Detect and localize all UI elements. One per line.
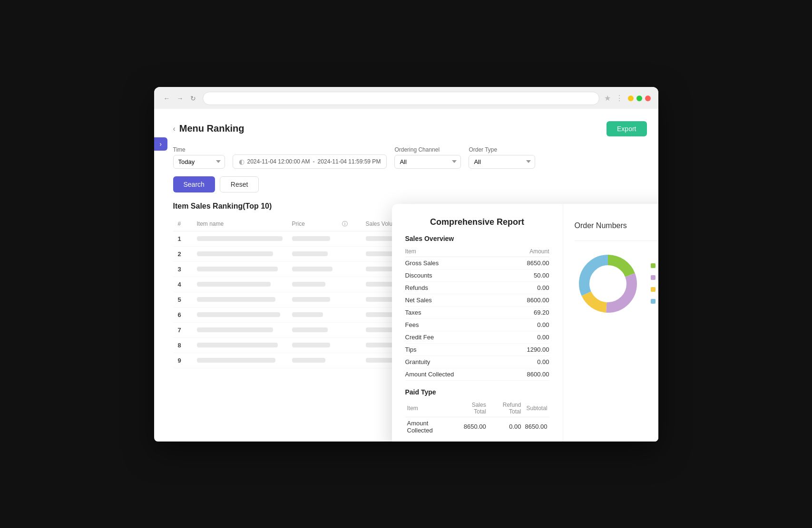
price-cell (287, 307, 337, 322)
report-amount: 8600.00 (504, 368, 549, 380)
legend-dot (651, 299, 655, 304)
order-type-select[interactable]: All (469, 155, 535, 169)
export-button[interactable]: Export (607, 121, 646, 136)
date-end: 2024-11-04 11:59:59 PM (318, 158, 381, 165)
info-cell (337, 277, 361, 292)
back-button[interactable]: ← (162, 94, 172, 103)
page-header: ‹ Menu Ranking Export (173, 116, 647, 136)
paid-refund-total: 0.00 (488, 417, 523, 436)
report-item: Taxes (405, 306, 504, 318)
price-cell (287, 277, 337, 292)
reset-button[interactable]: Reset (220, 176, 259, 192)
name-cell (192, 292, 287, 307)
date-start: 2024-11-04 12:00:00 AM (247, 158, 310, 165)
paid-col-sales-total: Sales Total (457, 400, 488, 417)
report-amount: 8650.00 (504, 257, 549, 269)
minimize-button[interactable] (628, 96, 634, 101)
reload-button[interactable]: ↻ (188, 94, 198, 103)
time-select[interactable]: Today Yesterday Last 7 Days This Month (173, 155, 225, 169)
time-filter-group: Time Today Yesterday Last 7 Days This Mo… (173, 146, 225, 169)
order-numbers-row: Order Numbers 350 (575, 217, 658, 241)
paid-col-subtotal: Subtotal (523, 400, 549, 417)
col-price: Price (287, 217, 337, 231)
price-cell (287, 231, 337, 246)
report-amount: 50.00 (504, 269, 549, 281)
legend-dot (651, 275, 655, 280)
rank-cell: 5 (173, 292, 192, 307)
date-range-box[interactable]: ◐ 2024-11-04 12:00:00 AM - 2024-11-04 11… (233, 154, 387, 169)
price-cell (287, 353, 337, 368)
traffic-lights (628, 96, 651, 101)
sales-overview-table: Item Amount Gross Sales 8650.00 Discount… (405, 246, 549, 381)
report-table-row: Net Sales 8600.00 (405, 294, 549, 306)
report-table-row: Amount Collected 8600.00 (405, 368, 549, 380)
report-table-row: Refunds 0.00 (405, 281, 549, 294)
legend-item: Pick Up 580 (651, 274, 658, 281)
back-icon[interactable]: ‹ (173, 125, 176, 133)
paid-type-row: Amount Collected 8650.00 0.00 8650.00 (405, 417, 549, 436)
forward-button[interactable]: → (175, 94, 186, 103)
report-table-row: Tips 1290.00 (405, 343, 549, 355)
col-rank: # (173, 217, 192, 231)
nav-buttons: ← → ↻ (162, 94, 198, 103)
menu-icon[interactable]: ⋮ (616, 94, 623, 103)
bookmark-icon[interactable]: ★ (604, 94, 611, 103)
rank-cell: 9 (173, 353, 192, 368)
address-bar[interactable] (203, 92, 599, 105)
report-amount: 69.20 (504, 306, 549, 318)
info-cell (337, 307, 361, 322)
report-amount: 1290.00 (504, 343, 549, 355)
report-amount: 0.00 (504, 355, 549, 368)
price-cell (287, 337, 337, 353)
paid-type-label: Paid Type (405, 388, 549, 396)
report-col-amount: Amount (504, 246, 549, 257)
report-left: Comprehensive Report Sales Overview Item… (392, 204, 563, 442)
rank-cell: 1 (173, 231, 192, 246)
rank-cell: 2 (173, 246, 192, 261)
report-table-row: Credit Fee 0.00 (405, 331, 549, 343)
report-table-row: Fees 0.00 (405, 318, 549, 331)
report-item: Fees (405, 318, 504, 331)
report-table-row: Gross Sales 8650.00 (405, 257, 549, 269)
paid-sales-total: 8650.00 (457, 417, 488, 436)
name-cell (192, 261, 287, 277)
ordering-channel-select[interactable]: All (394, 155, 461, 169)
close-button[interactable] (645, 96, 651, 101)
browser-content: › ‹ Menu Ranking Export Time To (154, 109, 658, 442)
legend-dot (651, 263, 655, 268)
date-range-group: ◐ 2024-11-04 12:00:00 AM - 2024-11-04 11… (233, 146, 387, 169)
price-cell (287, 246, 337, 261)
report-amount: 0.00 (504, 331, 549, 343)
name-cell (192, 337, 287, 353)
col-info: ⓘ (337, 217, 361, 231)
info-cell (337, 337, 361, 353)
chevron-right-icon: › (159, 140, 162, 148)
rank-cell: 7 (173, 322, 192, 337)
legend-item: Walk In 300 (651, 286, 658, 293)
name-cell (192, 322, 287, 337)
report-overlay: Comprehensive Report Sales Overview Item… (392, 204, 658, 442)
report-item: Grantuity (405, 355, 504, 368)
sidebar-toggle[interactable]: › (154, 137, 167, 151)
maximize-button[interactable] (636, 96, 642, 101)
report-item: Discounts (405, 269, 504, 281)
legend-item: Dine In 350 (651, 262, 658, 269)
report-amount: 0.00 (504, 281, 549, 294)
page-title-row: ‹ Menu Ranking (173, 123, 245, 134)
donut-legend: Dine In 350 Pick Up 580 Walk In 300 Deli… (651, 262, 658, 305)
rank-cell: 8 (173, 337, 192, 353)
report-table-row: Taxes 69.20 (405, 306, 549, 318)
info-cell (337, 353, 361, 368)
name-cell (192, 353, 287, 368)
info-cell (337, 246, 361, 261)
report-table-row: Discounts 50.00 (405, 269, 549, 281)
search-button[interactable]: Search (173, 176, 215, 192)
report-item: Credit Fee (405, 331, 504, 343)
order-type-group: Order Type All (469, 146, 535, 169)
ordering-channel-label: Ordering Channel (394, 146, 461, 153)
date-range-label (233, 146, 387, 153)
info-cell (337, 292, 361, 307)
rank-cell: 3 (173, 261, 192, 277)
paid-col-refund-total: Refund Total (488, 400, 523, 417)
name-cell (192, 231, 287, 246)
